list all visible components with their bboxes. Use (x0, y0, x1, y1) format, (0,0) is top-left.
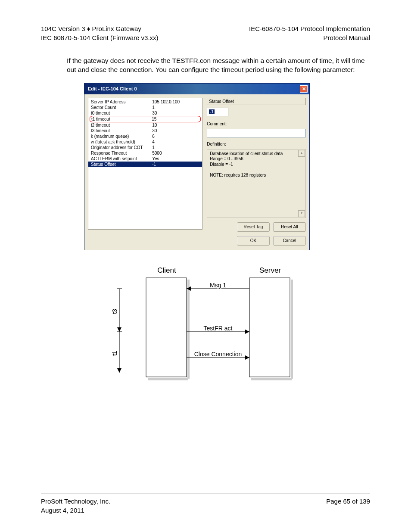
param-key: t1 timeout (91, 116, 152, 122)
parameter-list[interactable]: Server IP Address105.102.0.100Sector Cou… (88, 98, 202, 230)
msg2-label: TestFR act (204, 325, 233, 332)
param-key: Status Offset (91, 162, 152, 167)
close-icon[interactable]: ✕ (300, 85, 308, 93)
reset-tag-button[interactable]: Reset Tag (237, 222, 270, 232)
param-row[interactable]: Status Offset-1 (88, 162, 202, 167)
header-left-1: 104C Version 3 ♦ ProLinx Gateway (41, 24, 159, 33)
svg-rect-5 (291, 280, 293, 379)
dialog-titlebar[interactable]: Edit - IEC-104 Client 0 ✕ (84, 84, 309, 94)
param-row[interactable]: Response Timeout5000 (88, 150, 202, 156)
param-row[interactable]: t0 timeout30 (88, 110, 202, 116)
param-row[interactable]: t3 timeout30 (88, 128, 202, 134)
sequence-diagram: Client Server Msg 1 TestFR act Close Con… (41, 265, 370, 386)
status-offset-input[interactable]: -1 (207, 108, 228, 116)
param-row[interactable]: t1 timeout15 (90, 116, 201, 122)
svg-marker-14 (117, 327, 121, 332)
footer-date: August 4, 2011 (41, 506, 110, 515)
comment-label: Comment: (207, 121, 306, 126)
page-header: 104C Version 3 ♦ ProLinx Gateway IEC 608… (41, 24, 370, 45)
server-label: Server (259, 266, 281, 274)
param-value: 1 (152, 105, 199, 110)
param-value: 15 (152, 116, 199, 122)
svg-rect-3 (249, 278, 290, 377)
ok-button[interactable]: OK (237, 236, 270, 246)
dialog-title: Edit - IEC-104 Client 0 (88, 86, 137, 91)
msg3-label: Close Connection (194, 351, 242, 358)
param-key: Originator address for COT (91, 145, 152, 150)
svg-marker-11 (245, 355, 249, 360)
param-value: 30 (152, 128, 199, 134)
reset-all-button[interactable]: Reset All (273, 222, 306, 232)
param-value: 6 (152, 134, 199, 139)
client-label: Client (157, 266, 176, 274)
param-row[interactable]: Server IP Address105.102.0.100 (88, 99, 202, 105)
param-row[interactable]: Originator address for COT1 (88, 145, 202, 150)
param-key: k (maximum queue) (91, 134, 152, 139)
footer-company: ProSoft Technology, Inc. (41, 497, 110, 506)
cancel-button[interactable]: Cancel (273, 236, 306, 246)
param-key: Sector Count (91, 105, 152, 110)
param-key: w (latest ack threshold) (91, 139, 152, 145)
param-key: t2 timeout (91, 122, 152, 128)
t3-label: t3 (111, 309, 118, 314)
svg-rect-4 (251, 378, 292, 380)
param-value: 105.102.0.100 (152, 99, 199, 105)
param-row[interactable]: w (latest ack threshold)4 (88, 139, 202, 145)
field-label: Status Offset (207, 98, 306, 105)
param-row[interactable]: Sector Count1 (88, 105, 202, 110)
definition-label: Definition: (207, 142, 306, 146)
param-row[interactable]: ACTTERM with setpointYes (88, 156, 202, 162)
scroll-up-icon[interactable]: ▴ (298, 150, 305, 157)
param-value: -1 (152, 162, 199, 167)
param-key: t0 timeout (91, 110, 152, 116)
header-left-2: IEC 60870-5-104 Client (Firmware v3.xx) (41, 33, 159, 42)
param-value: 1 (152, 145, 199, 150)
svg-rect-1 (148, 378, 188, 380)
param-key: ACTTERM with setpoint (91, 156, 152, 162)
t1-label: t1 (111, 351, 118, 356)
page-footer: ProSoft Technology, Inc. August 4, 2011 … (41, 494, 370, 515)
edit-dialog: Edit - IEC-104 Client 0 ✕ Server IP Addr… (84, 83, 310, 250)
param-value: 4 (152, 139, 199, 145)
header-right-2: Protocol Manual (249, 33, 370, 42)
param-key: Response Timeout (91, 150, 152, 156)
param-value: 5000 (152, 150, 199, 156)
comment-input[interactable] (207, 129, 306, 137)
param-row[interactable]: t2 timeout10 (88, 122, 202, 128)
svg-rect-2 (187, 280, 190, 379)
svg-marker-9 (245, 330, 249, 334)
scroll-down-icon[interactable]: ▾ (298, 210, 305, 217)
param-value: Yes (152, 156, 199, 162)
msg1-label: Msg 1 (210, 282, 226, 289)
definition-box: ▴ Database location of client status dat… (207, 149, 306, 218)
svg-marker-17 (117, 368, 121, 373)
param-row[interactable]: k (maximum queue)6 (88, 134, 202, 139)
body-paragraph: If the gateway does not receive the TEST… (67, 56, 370, 75)
param-value: 10 (152, 122, 199, 128)
page-number: Page 65 of 139 (326, 497, 370, 515)
svg-rect-0 (146, 278, 187, 377)
header-right-1: IEC-60870-5-104 Protocol Implementation (249, 24, 370, 33)
param-value: 30 (152, 110, 199, 116)
param-key: Server IP Address (91, 99, 152, 105)
param-key: t3 timeout (91, 128, 152, 134)
